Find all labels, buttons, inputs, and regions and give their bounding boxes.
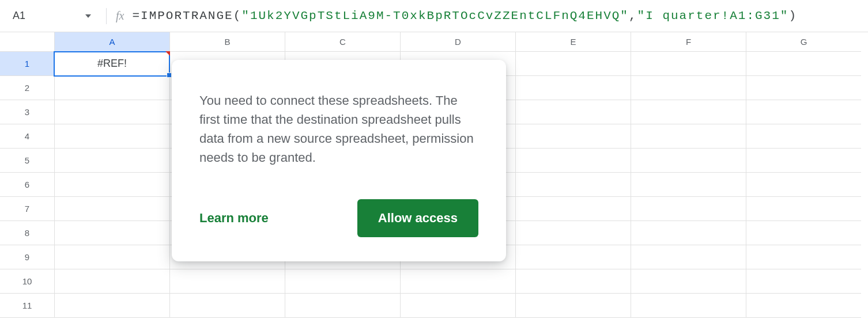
row-11: 11: [0, 294, 868, 318]
cell-a10[interactable]: [54, 269, 169, 294]
cell-a4[interactable]: [54, 124, 169, 149]
cell-a2[interactable]: [54, 76, 169, 100]
cell-e4[interactable]: [515, 124, 631, 149]
cell-g2[interactable]: [746, 76, 861, 100]
col-header-c[interactable]: C: [285, 32, 400, 52]
row-header-2[interactable]: 2: [0, 76, 54, 100]
cell-g4[interactable]: [746, 124, 861, 149]
cell-f1[interactable]: [631, 52, 746, 76]
row-header-3[interactable]: 3: [0, 100, 54, 124]
cell-f5[interactable]: [631, 149, 746, 173]
cell-f4[interactable]: [631, 124, 746, 149]
popover-message: You need to connect these spreadsheets. …: [199, 91, 478, 167]
cell-a5[interactable]: [54, 149, 169, 173]
cell-f3[interactable]: [631, 100, 746, 124]
cell-g8[interactable]: [746, 221, 861, 245]
cell-a7[interactable]: [54, 197, 169, 221]
row-header-1[interactable]: 1: [0, 52, 54, 76]
chevron-down-icon: [85, 14, 91, 18]
cell-f2[interactable]: [631, 76, 746, 100]
cell-e8[interactable]: [515, 221, 631, 245]
cell-g9[interactable]: [746, 245, 861, 269]
cell-e7[interactable]: [515, 197, 631, 221]
cell-a9[interactable]: [54, 245, 169, 269]
formula-bar: A1 fx =IMPORTRANGE("1Uk2YVGpTStLiA9M-T0x…: [0, 0, 868, 32]
cell-g11[interactable]: [746, 294, 861, 318]
cell-a1-value: #REF!: [97, 58, 127, 70]
select-all-corner[interactable]: [0, 32, 54, 52]
cell-g6[interactable]: [746, 173, 861, 197]
cell-e11[interactable]: [515, 294, 631, 318]
cell-f9[interactable]: [631, 245, 746, 269]
cell-f8[interactable]: [631, 221, 746, 245]
cell-e6[interactable]: [515, 173, 631, 197]
col-header-d[interactable]: D: [400, 32, 515, 52]
cell-g7[interactable]: [746, 197, 861, 221]
cell-f7[interactable]: [631, 197, 746, 221]
row-header-9[interactable]: 9: [0, 245, 54, 269]
cell-b11[interactable]: [169, 294, 285, 318]
cell-f10[interactable]: [631, 269, 746, 294]
cell-e2[interactable]: [515, 76, 631, 100]
learn-more-link[interactable]: Learn more: [199, 211, 269, 226]
cell-e9[interactable]: [515, 245, 631, 269]
cell-a11[interactable]: [54, 294, 169, 318]
name-box[interactable]: A1: [5, 6, 97, 26]
col-header-a[interactable]: A: [54, 32, 169, 52]
cell-c11[interactable]: [285, 294, 400, 318]
name-box-value: A1: [13, 10, 25, 22]
row-header-10[interactable]: 10: [0, 269, 54, 294]
row-header-11[interactable]: 11: [0, 294, 54, 318]
popover-actions: Learn more Allow access: [199, 199, 478, 237]
col-header-b[interactable]: B: [169, 32, 285, 52]
cell-g5[interactable]: [746, 149, 861, 173]
cell-a6[interactable]: [54, 173, 169, 197]
cell-e10[interactable]: [515, 269, 631, 294]
cell-g10[interactable]: [746, 269, 861, 294]
cell-f11[interactable]: [631, 294, 746, 318]
row-header-7[interactable]: 7: [0, 197, 54, 221]
cell-d10[interactable]: [400, 269, 515, 294]
col-header-f[interactable]: F: [631, 32, 746, 52]
cell-g1[interactable]: [746, 52, 861, 76]
permission-popover: You need to connect these spreadsheets. …: [172, 60, 506, 261]
divider: [106, 8, 107, 24]
cell-f6[interactable]: [631, 173, 746, 197]
cell-c10[interactable]: [285, 269, 400, 294]
row-header-8[interactable]: 8: [0, 221, 54, 245]
row-10: 10: [0, 269, 868, 294]
cell-a3[interactable]: [54, 100, 169, 124]
formula-input[interactable]: =IMPORTRANGE("1Uk2YVGpTStLiA9M-T0xkBpRTO…: [132, 9, 797, 22]
col-header-e[interactable]: E: [515, 32, 631, 52]
fx-icon[interactable]: fx: [116, 9, 124, 22]
row-header-4[interactable]: 4: [0, 124, 54, 149]
cell-d11[interactable]: [400, 294, 515, 318]
col-header-g[interactable]: G: [746, 32, 861, 52]
row-header-6[interactable]: 6: [0, 173, 54, 197]
cell-b10[interactable]: [169, 269, 285, 294]
row-header-5[interactable]: 5: [0, 149, 54, 173]
cell-e5[interactable]: [515, 149, 631, 173]
cell-g3[interactable]: [746, 100, 861, 124]
cell-a1[interactable]: #REF!: [54, 52, 169, 76]
allow-access-button[interactable]: Allow access: [357, 199, 478, 237]
column-headers: A B C D E F G: [0, 32, 868, 52]
cell-e3[interactable]: [515, 100, 631, 124]
cell-a8[interactable]: [54, 221, 169, 245]
cell-e1[interactable]: [515, 52, 631, 76]
